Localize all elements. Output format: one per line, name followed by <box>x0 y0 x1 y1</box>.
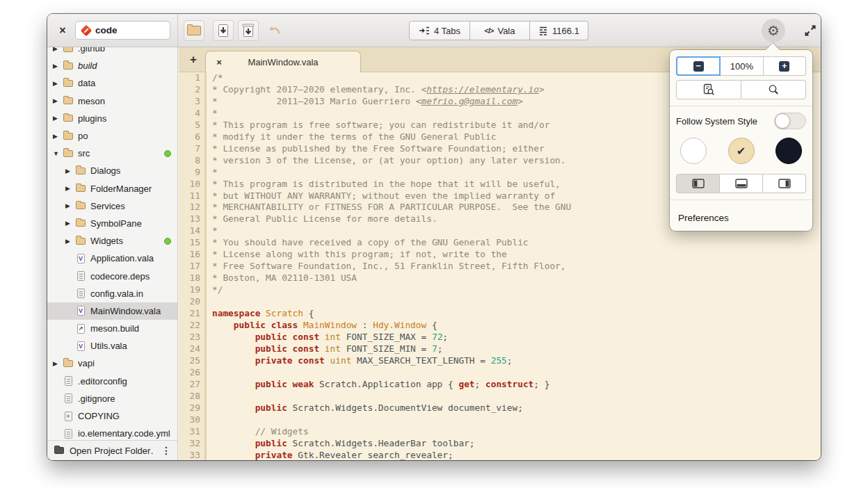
zoom-out-button[interactable]: − <box>676 56 721 76</box>
expand-arrow-icon[interactable]: ▶ <box>53 115 63 122</box>
tree-item-dialogs[interactable]: ▶Dialogs <box>47 162 177 179</box>
line-number: 11 <box>179 190 207 202</box>
tab-close-button[interactable]: × <box>213 56 225 68</box>
expand-arrow-icon[interactable]: ▶ <box>65 202 75 209</box>
zoom-reset-button[interactable]: 100% <box>721 56 763 76</box>
line-number: 31 <box>179 426 207 438</box>
code-text: /* <box>207 72 223 84</box>
tree-item-copying[interactable]: +COPYING <box>47 407 177 425</box>
toggle-right-panel-button[interactable] <box>763 174 806 193</box>
line-number: 29 <box>179 402 207 414</box>
expand-arrow-icon[interactable]: ▶ <box>65 185 75 192</box>
dark-style-button[interactable] <box>775 138 802 164</box>
follow-system-style-switch[interactable] <box>774 113 806 129</box>
code-line: 25 private const uint MAX_SEARCH_TEXT_LE… <box>179 355 821 367</box>
find-controls <box>676 80 806 99</box>
separator <box>670 106 812 106</box>
project-chooser-button[interactable]: code <box>75 21 170 40</box>
vcs-status-badge <box>164 150 171 157</box>
project-options-menu-button[interactable]: ⋮ <box>159 443 173 458</box>
expand-arrow-icon[interactable]: ▶ <box>53 63 63 70</box>
tree-item-plugins[interactable]: ▶plugins <box>47 110 177 127</box>
tree-item--gitignore[interactable]: .gitignore <box>47 390 177 407</box>
code-text: * License as published by the Free Softw… <box>207 143 545 155</box>
tree-item-codecore-deps[interactable]: codecore.deps <box>47 267 177 284</box>
code-line: 20 <box>179 296 821 308</box>
expand-arrow-icon[interactable]: ▶ <box>53 360 63 367</box>
fullscreen-button[interactable] <box>803 22 819 39</box>
tree-item-build[interactable]: ▶build <box>47 57 177 74</box>
line-number: 10 <box>179 179 207 190</box>
code-text: */ <box>207 284 223 296</box>
folder-icon <box>75 236 86 247</box>
tree-item-widgets[interactable]: ▶Widgets <box>47 232 177 250</box>
zoom-in-button[interactable]: + <box>764 56 806 76</box>
text-file-icon <box>63 393 74 404</box>
tree-item--github[interactable]: ▶.github <box>47 47 177 57</box>
preferences-menu-item[interactable]: Preferences <box>676 205 806 231</box>
follow-system-style-label: Follow System Style <box>676 116 757 127</box>
tree-item-label: FolderManager <box>90 184 152 194</box>
close-window-button[interactable]: × <box>54 22 72 40</box>
folder-icon <box>54 447 64 454</box>
expand-arrow-icon[interactable]: ▶ <box>65 220 75 227</box>
code-line: 26 <box>179 367 821 379</box>
code-app-window: × code <box>47 14 821 460</box>
open-folder-icon <box>187 26 201 35</box>
toggle-left-panel-button[interactable] <box>676 174 720 193</box>
tree-item-utils-vala[interactable]: VUtils.vala <box>47 337 177 355</box>
zoom-in-icon: + <box>779 61 789 72</box>
tree-item-label: io.elementary.code.yml <box>78 428 170 439</box>
tree-item-mainwindow-vala[interactable]: VMainWindow.vala <box>47 302 177 320</box>
tree-item-application-vala[interactable]: VApplication.vala <box>47 250 177 267</box>
tree-item-src[interactable]: ▼src <box>47 145 177 162</box>
expand-arrow-icon[interactable]: ▶ <box>53 133 63 140</box>
settings-menu-button[interactable]: ⚙ <box>762 19 785 42</box>
collapse-arrow-icon[interactable]: ▼ <box>53 150 63 157</box>
expand-arrow-icon[interactable]: ▶ <box>53 47 63 52</box>
open-file-button[interactable] <box>184 20 204 41</box>
tab-mainwindow-vala[interactable]: × MainWindow.vala <box>205 51 361 72</box>
sepia-style-button[interactable]: ✔ <box>728 138 755 164</box>
language-button[interactable]: </> Vala <box>470 21 530 40</box>
revert-button[interactable] <box>264 20 285 41</box>
folder-icon <box>63 148 74 159</box>
save-button[interactable] <box>213 20 234 41</box>
expand-arrow-icon[interactable]: ▶ <box>53 97 63 104</box>
tree-item-label: Dialogs <box>90 165 120 176</box>
tree-item-services[interactable]: ▶Services <box>47 197 177 215</box>
tree-item-po[interactable]: ▶po <box>47 127 177 145</box>
tree-item-foldermanager[interactable]: ▶FolderManager <box>47 180 177 197</box>
new-tab-button[interactable]: + <box>184 51 202 69</box>
toggle-bottom-panel-button[interactable] <box>720 174 763 193</box>
goto-line-button[interactable]: 1166.1 <box>530 21 588 40</box>
tree-item--editorconfig[interactable]: .editorconfig <box>47 373 177 390</box>
expand-arrow-icon[interactable]: ▶ <box>53 80 63 87</box>
bottom-panel-icon <box>735 179 748 188</box>
tab-overview-button[interactable]: 4 Tabs <box>409 21 470 40</box>
find-in-project-button[interactable] <box>676 80 741 99</box>
folder-icon <box>75 218 86 229</box>
tree-item-config-vala-in[interactable]: config.vala.in <box>47 285 177 302</box>
expand-arrow-icon[interactable]: ▶ <box>65 168 75 174</box>
line-number: 14 <box>179 225 207 237</box>
tree-item-label: meson <box>78 96 105 106</box>
light-style-button[interactable] <box>680 138 707 164</box>
code-line: 22 public class MainWindow : Hdy.Window … <box>179 320 821 332</box>
tree-item-vapi[interactable]: ▶vapi <box>47 355 177 372</box>
tree-item-meson[interactable]: ▶meson <box>47 92 177 110</box>
code-brackets-icon: </> <box>485 26 494 35</box>
right-panel-icon <box>778 179 791 188</box>
code-text: * modify it under the terms of the GNU G… <box>207 131 496 143</box>
expand-arrow-icon[interactable]: ▶ <box>65 238 75 245</box>
save-as-button[interactable] <box>238 20 259 41</box>
line-number: 26 <box>179 367 207 379</box>
tree-item-symbolpane[interactable]: ▶SymbolPane <box>47 215 177 232</box>
find-button[interactable] <box>741 80 806 99</box>
line-number: 1 <box>179 72 207 84</box>
tree-item-meson-build[interactable]: ↗meson.build <box>47 320 177 337</box>
line-position-label: 1166.1 <box>552 26 579 36</box>
open-project-folder-button[interactable]: Open Project Folder… ⋮ <box>47 440 177 460</box>
tree-item-data[interactable]: ▶data <box>47 74 177 92</box>
save-as-icon <box>242 24 255 38</box>
